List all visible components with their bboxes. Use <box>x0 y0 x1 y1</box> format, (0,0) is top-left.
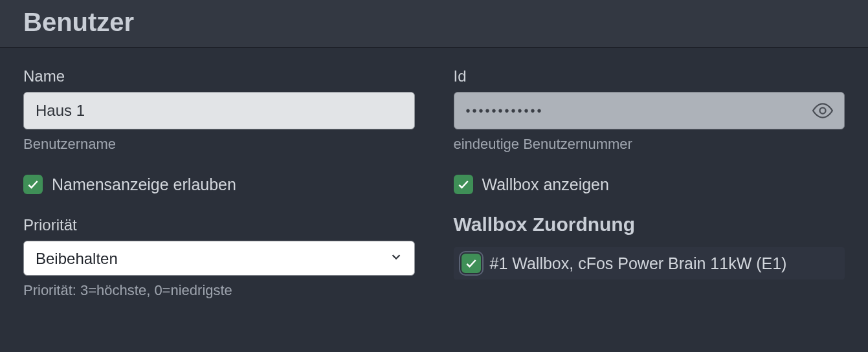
name-input[interactable] <box>23 92 415 129</box>
eye-icon <box>812 100 834 122</box>
priority-helper: Priorität: 3=höchste, 0=niedrigste <box>23 282 415 299</box>
priority-select[interactable]: Beibehalten <box>23 241 415 276</box>
check-icon <box>457 178 470 191</box>
show-wallbox-row: Wallbox anzeigen <box>454 175 845 194</box>
id-input-wrap <box>454 92 845 129</box>
id-helper: eindeutige Benutzernummer <box>454 136 845 153</box>
show-wallbox-checkbox[interactable] <box>454 175 473 194</box>
wallbox-item-checkbox[interactable] <box>462 254 481 273</box>
show-wallbox-label: Wallbox anzeigen <box>482 175 609 194</box>
name-helper: Benutzername <box>23 136 415 153</box>
reveal-password-button[interactable] <box>810 98 836 124</box>
id-label: Id <box>454 67 845 85</box>
priority-select-wrap: Beibehalten <box>23 241 415 276</box>
wallbox-item-label: #1 Wallbox, cFos Power Brain 11kW (E1) <box>490 254 787 273</box>
allow-name-display-checkbox[interactable] <box>23 175 43 194</box>
wallbox-assignment-title: Wallbox Zuordnung <box>454 214 845 236</box>
wallbox-assignment-row: #1 Wallbox, cFos Power Brain 11kW (E1) <box>454 247 845 280</box>
allow-name-display-row: Namensanzeige erlauben <box>23 175 415 194</box>
right-column: Id eindeutige Benutzernummer Wallbox anz… <box>454 67 845 299</box>
allow-name-display-label: Namensanzeige erlauben <box>52 175 236 194</box>
name-label: Name <box>23 67 415 85</box>
page-header: Benutzer <box>0 0 868 48</box>
left-column: Name Benutzername Namensanzeige erlauben… <box>23 67 415 299</box>
id-input[interactable] <box>454 92 845 129</box>
priority-label: Priorität <box>23 216 415 234</box>
check-icon <box>27 178 39 191</box>
check-icon <box>465 257 478 270</box>
svg-point-0 <box>819 107 825 113</box>
page-title: Benutzer <box>23 8 845 37</box>
form-content: Name Benutzername Namensanzeige erlauben… <box>0 48 868 299</box>
